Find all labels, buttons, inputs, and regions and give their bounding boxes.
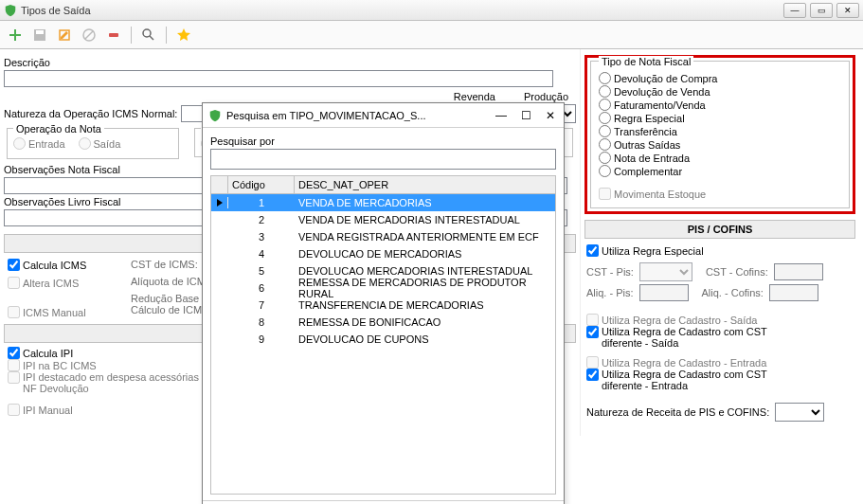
nota-fiscal-option[interactable]: Devolução de Compra: [599, 72, 841, 84]
delete-icon[interactable]: [104, 26, 123, 45]
natureza-label: Natureza da Operação ICMS Normal:: [4, 108, 177, 119]
svg-line-4: [85, 31, 93, 39]
nota-fiscal-option[interactable]: Outras Saídas: [599, 138, 841, 151]
modal-maximize-button[interactable]: ☐: [518, 108, 533, 123]
icms-manual-check[interactable]: ICMS Manual: [8, 306, 112, 318]
app-icon: [4, 4, 17, 17]
nota-fiscal-option[interactable]: Transferência: [599, 125, 841, 137]
calcula-icms-check[interactable]: Calcula ICMS: [8, 259, 112, 271]
table-row[interactable]: 8REMESSA DE BONIFICACAO: [211, 314, 555, 331]
nat-receita-label: Natureza de Receita de PIS e COFINS:: [586, 406, 769, 418]
window-title: Tipos de Saída: [21, 5, 91, 16]
maximize-button[interactable]: ▭: [810, 3, 833, 18]
nota-fiscal-legend: Tipo de Nota Fiscal: [599, 56, 693, 67]
pis-regra-esp-check[interactable]: Utiliza Regra Especial: [586, 244, 854, 257]
obs-livro-label: Observações Livro Fiscal: [4, 196, 121, 207]
cst-cofins-label: CST - Cofins:: [706, 266, 768, 278]
revenda-label: Revenda: [454, 91, 495, 102]
pis-section: PIS / COFINS Utiliza Regra Especial CST …: [584, 220, 855, 430]
search-modal: Pesquisa em TIPO_MOVIMENTACAO_S... — ☐ ✕…: [202, 102, 565, 504]
descricao-label: Descrição: [4, 57, 50, 68]
table-row[interactable]: 7TRANSFERENCIA DE MERCADORIAS: [211, 297, 555, 314]
edit-icon[interactable]: [55, 26, 74, 45]
grid-body[interactable]: 1VENDA DE MERCADORIAS2VENDA DE MERCADORI…: [211, 194, 555, 494]
cst-pis-label: CST - Pis:: [586, 266, 634, 278]
ipi-destacado-check[interactable]: IPI destacado em despesa acessórias - NF…: [8, 371, 216, 394]
nota-fiscal-option[interactable]: Complementar: [599, 165, 841, 177]
highlight-box: Tipo de Nota Fiscal Devolução de CompraD…: [584, 55, 855, 214]
grid-col-codigo[interactable]: Código: [228, 176, 295, 193]
nota-fiscal-option[interactable]: Nota de Entrada: [599, 152, 841, 164]
pesquisar-por-label: Pesquisar por: [210, 135, 275, 147]
pis-cad-saida-check[interactable]: Utiliza Regra de Cadastro - Saída: [586, 314, 854, 326]
pesquisar-input[interactable]: [210, 149, 556, 170]
cst-pis-select[interactable]: [639, 262, 692, 281]
descricao-input[interactable]: [4, 70, 553, 87]
svg-point-6: [143, 29, 151, 37]
table-row[interactable]: 2VENDA DE MERCADORIAS INTERESTADUAL: [211, 211, 555, 228]
table-row[interactable]: 1VENDA DE MERCADORIAS: [211, 194, 555, 211]
table-row[interactable]: 9DEVOLUCAO DE CUPONS: [211, 331, 555, 348]
grid-col-desc[interactable]: DESC_NAT_OPER: [295, 176, 555, 193]
pis-cad-entrada-check[interactable]: Utiliza Regra de Cadastro - Entrada: [586, 356, 854, 369]
titlebar: Tipos de Saída — ▭ ✕: [0, 0, 863, 21]
modal-app-icon: [208, 109, 222, 122]
aliq-cofins-label: Aliq. - Cofins:: [702, 287, 764, 298]
mov-estoque-check[interactable]: Movimenta Estoque: [599, 188, 841, 200]
cst-cofins-input[interactable]: [774, 263, 823, 280]
modal-title: Pesquisa em TIPO_MOVIMENTACAO_S...: [226, 110, 426, 121]
nota-fiscal-option[interactable]: Faturamento/Venda: [599, 99, 841, 111]
add-icon[interactable]: [6, 26, 25, 45]
producao-label: Produção: [524, 91, 568, 102]
nat-receita-select[interactable]: [775, 403, 824, 422]
operacao-legend: Operação da Nota: [13, 123, 104, 135]
separator: [131, 27, 132, 44]
toolbar: [0, 21, 863, 49]
svg-rect-1: [36, 30, 44, 34]
modal-close-button[interactable]: ✕: [543, 108, 558, 123]
table-row[interactable]: 4DEVOLUCAO DE MERCADORIAS: [211, 245, 555, 262]
grid-gutter: [211, 176, 228, 193]
ipi-bc-check[interactable]: IPI na BC ICMS: [8, 359, 216, 371]
svg-rect-5: [109, 33, 118, 37]
entrada-radio[interactable]: Entrada: [13, 137, 65, 150]
svg-line-7: [150, 36, 153, 40]
separator: [166, 27, 167, 44]
pis-cad-cst-saida-check[interactable]: Utiliza Regra de Cadastro com CST difere…: [586, 326, 854, 349]
aliq-pis-input[interactable]: [639, 284, 689, 301]
obs-nf-label: Observações Nota Fiscal: [4, 164, 120, 175]
altera-icms-check[interactable]: Altera ICMS: [8, 277, 112, 289]
results-grid: Código DESC_NAT_OPER 1VENDA DE MERCADORI…: [210, 175, 556, 495]
pis-cad-cst-entrada-check[interactable]: Utiliza Regra de Cadastro com CST difere…: [586, 369, 854, 391]
aliq-cofins-input[interactable]: [769, 284, 818, 301]
nota-fiscal-option[interactable]: Devolução de Venda: [599, 85, 841, 98]
star-icon[interactable]: [174, 26, 193, 45]
modal-minimize-button[interactable]: —: [494, 108, 509, 123]
search-icon[interactable]: [139, 26, 158, 45]
close-button[interactable]: ✕: [836, 3, 859, 18]
minimize-button[interactable]: —: [783, 3, 806, 18]
save-icon[interactable]: [30, 26, 49, 45]
saida-radio[interactable]: Saída: [79, 137, 121, 150]
cancel-icon[interactable]: [80, 26, 99, 45]
content: Descrição Revenda Produção Natureza da O…: [0, 49, 863, 504]
pis-title: PIS / COFINS: [584, 220, 855, 239]
aliq-pis-label: Aliq. - Pis:: [586, 287, 634, 298]
nota-fiscal-option[interactable]: Regra Especial: [599, 112, 841, 124]
ipi-manual-check[interactable]: IPI Manual: [8, 404, 216, 416]
table-row[interactable]: 6REMESSA DE MERCADORIAS DE PRODUTOR RURA…: [211, 279, 555, 297]
table-row[interactable]: 3VENDA REGISTRADA ANTERIORMENTE EM ECF: [211, 228, 555, 245]
